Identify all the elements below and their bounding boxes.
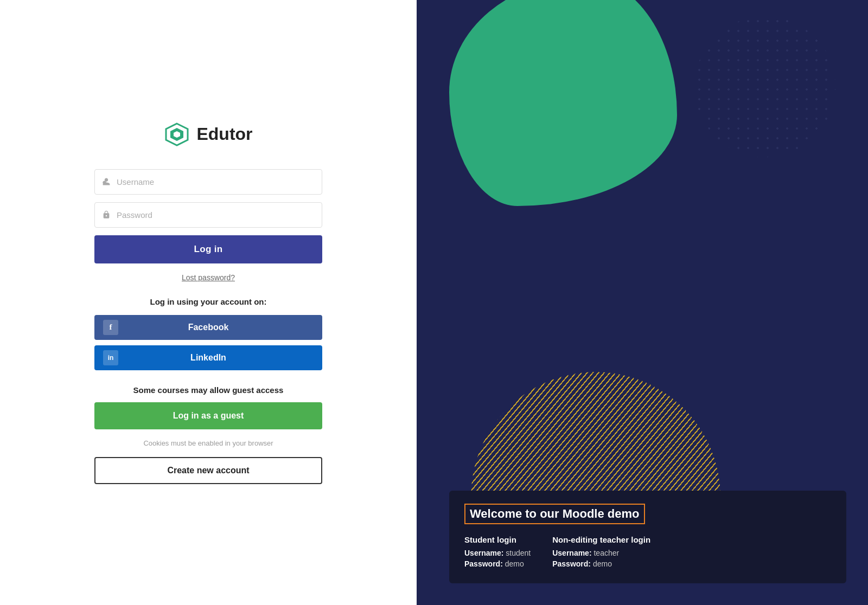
decorative-blob: [449, 0, 677, 206]
student-password: Password: demo: [464, 559, 531, 568]
linkedin-login-button[interactable]: in LinkedIn: [94, 345, 322, 370]
edutor-logo-icon: [164, 121, 190, 147]
password-wrapper: [94, 202, 322, 228]
teacher-info-column: Non-editing teacher login Username: teac…: [552, 535, 650, 570]
info-box-title: Welcome to our Moodle demo: [464, 504, 645, 524]
semicircle-lines: [471, 372, 720, 497]
left-panel: Edutor ● Log in Lost password? Log in us…: [0, 0, 417, 605]
logo-area: Edutor: [164, 121, 252, 147]
username-input[interactable]: [94, 169, 322, 195]
teacher-password: Password: demo: [552, 559, 650, 568]
info-box: Welcome to our Moodle demo Student login…: [449, 491, 846, 583]
info-columns: Student login Username: student Password…: [464, 535, 831, 570]
login-container: Edutor ● Log in Lost password? Log in us…: [94, 121, 322, 484]
student-username: Username: student: [464, 549, 531, 557]
right-panel: Welcome to our Moodle demo Student login…: [417, 0, 868, 605]
facebook-icon: f: [103, 320, 118, 335]
lost-password-link[interactable]: Lost password?: [182, 273, 235, 282]
create-account-button[interactable]: Create new account: [94, 457, 322, 484]
cookies-notice: Cookies must be enabled in your browser: [143, 439, 273, 447]
social-login-label: Log in using your account on:: [150, 297, 267, 306]
brand-name: Edutor: [196, 124, 252, 144]
linkedin-icon: in: [103, 350, 118, 365]
student-heading: Student login: [464, 535, 531, 544]
teacher-username: Username: teacher: [552, 549, 650, 557]
guest-login-button[interactable]: Log in as a guest: [94, 402, 322, 429]
decorative-semicircle: [471, 372, 720, 497]
facebook-login-button[interactable]: f Facebook: [94, 315, 322, 340]
student-info-column: Student login Username: student Password…: [464, 535, 531, 570]
facebook-label: Facebook: [103, 323, 314, 332]
teacher-heading: Non-editing teacher login: [552, 535, 650, 544]
password-input[interactable]: [94, 202, 322, 228]
login-button[interactable]: Log in: [94, 235, 322, 263]
guest-access-label: Some courses may allow guest access: [133, 385, 284, 395]
linkedin-label: LinkedIn: [103, 353, 314, 363]
decorative-dots: [694, 16, 835, 157]
username-wrapper: ●: [94, 169, 322, 195]
